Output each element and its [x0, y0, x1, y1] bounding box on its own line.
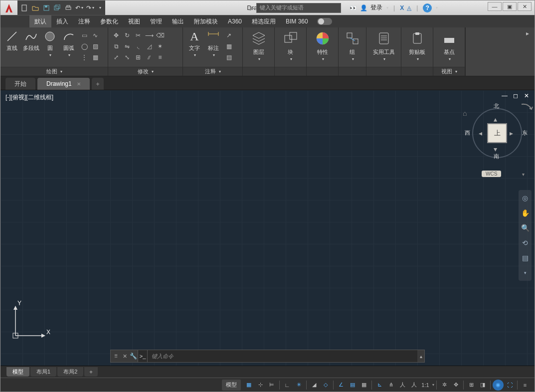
panel-view-title[interactable]: 视图: [441, 68, 452, 75]
status-clean-screen-icon[interactable]: ⛶: [504, 380, 515, 391]
cube-arrow-left[interactable]: ◂: [479, 129, 482, 137]
tab-addins[interactable]: 附加模块: [189, 15, 223, 28]
ribbon-minimize-toggle[interactable]: [317, 18, 332, 25]
status-otrack-icon[interactable]: ∠: [336, 380, 347, 391]
align-icon[interactable]: ≡: [155, 52, 165, 62]
undo-icon[interactable]: ↶▾: [74, 3, 84, 13]
tab-annotate[interactable]: 注释: [73, 15, 95, 28]
tab-view[interactable]: 视图: [123, 15, 145, 28]
wcs-badge[interactable]: WCS: [482, 171, 501, 177]
exchange-x-icon[interactable]: X: [400, 4, 404, 11]
tool-group[interactable]: 组▾: [342, 29, 363, 61]
tool-dimension[interactable]: 标注▾: [205, 29, 222, 57]
saveas-icon[interactable]: [52, 3, 62, 13]
compass-n[interactable]: 北: [494, 102, 499, 110]
array-icon[interactable]: ⊞: [133, 52, 143, 62]
cube-arrow-down[interactable]: ▾: [494, 145, 497, 153]
full-nav-wheel-icon[interactable]: ◎: [520, 193, 530, 203]
navbar-menu-icon[interactable]: ▾: [520, 268, 530, 278]
panel-draw-title[interactable]: 绘图: [46, 68, 57, 75]
app-logo-icon[interactable]: [2, 1, 15, 14]
panel-annotate-title[interactable]: 注释: [205, 68, 216, 75]
status-customize-icon[interactable]: ≡: [520, 380, 531, 391]
panel-modify-title[interactable]: 修改: [138, 68, 149, 75]
status-units-icon[interactable]: ⊞: [466, 380, 477, 391]
login-link[interactable]: 登录: [370, 3, 382, 12]
status-snap-icon[interactable]: ⊹: [255, 380, 266, 391]
viewport-label[interactable]: [-][俯视][二维线框]: [5, 93, 53, 102]
tool-arc[interactable]: 圆弧▾: [60, 29, 77, 57]
exchange-apps-icon[interactable]: ◬: [407, 4, 411, 11]
tool-utilities[interactable]: 实用工具▾: [371, 29, 397, 61]
table-icon[interactable]: ▦: [224, 41, 234, 51]
ellipse-icon[interactable]: ◯: [79, 41, 89, 51]
layout-add[interactable]: ＋: [84, 367, 98, 377]
minimize-button[interactable]: —: [488, 2, 502, 11]
stretch-icon[interactable]: ⤢: [111, 52, 121, 62]
status-ortho-icon[interactable]: ∟: [282, 380, 293, 391]
tool-clipboard[interactable]: 剪贴板▾: [404, 29, 430, 61]
chamfer-icon[interactable]: ◿: [144, 41, 154, 51]
move-icon[interactable]: ✥: [111, 30, 121, 40]
status-gear-icon[interactable]: ✲: [439, 380, 450, 391]
help-icon[interactable]: ?: [423, 3, 432, 12]
tab-parametric[interactable]: 参数化: [95, 15, 123, 28]
cmd-recent-icon[interactable]: ▴: [417, 354, 424, 359]
leader-icon[interactable]: ↗: [224, 30, 234, 40]
status-ann-auto-icon[interactable]: 人: [408, 380, 419, 391]
redo-icon[interactable]: ↷▾: [85, 3, 95, 13]
tool-line[interactable]: 直线: [3, 29, 20, 52]
binoculars-icon[interactable]: 👀: [350, 4, 357, 11]
tool-text[interactable]: A文字▾: [186, 29, 203, 57]
rectangle-icon[interactable]: ▭: [79, 30, 89, 40]
open-icon[interactable]: [30, 3, 40, 13]
tab-new[interactable]: ＋: [92, 78, 104, 90]
showmotion-icon[interactable]: ▤: [520, 253, 530, 263]
orbit-icon[interactable]: ⟲: [520, 238, 530, 248]
command-input[interactable]: 键入命令: [148, 350, 417, 362]
vp-maximize-icon[interactable]: ◻: [512, 92, 520, 99]
close-button[interactable]: ✕: [518, 2, 532, 11]
compass-e[interactable]: 东: [522, 129, 528, 137]
status-infer-icon[interactable]: ⊨: [266, 380, 277, 391]
compass-w[interactable]: 西: [465, 129, 470, 137]
tool-block[interactable]: 块▾: [278, 29, 303, 61]
search-input[interactable]: 键入关键字或短语: [256, 3, 341, 13]
point-icon[interactable]: ⋮: [79, 52, 89, 62]
rotate-icon[interactable]: ↻: [122, 30, 132, 40]
status-sc-icon[interactable]: ⋔: [385, 380, 396, 391]
pan-icon[interactable]: ✋: [520, 208, 530, 218]
vp-close-icon[interactable]: ✕: [523, 92, 531, 99]
hatch-icon[interactable]: ▨: [90, 41, 100, 51]
tab-bim360[interactable]: BIM 360: [281, 16, 313, 27]
save-icon[interactable]: [41, 3, 51, 13]
status-qp-icon[interactable]: ◨: [477, 380, 488, 391]
status-dynucs-icon[interactable]: ⊾: [374, 380, 385, 391]
tool-properties[interactable]: 特性▾: [310, 29, 335, 61]
status-ann-mon-icon[interactable]: 人: [397, 380, 408, 391]
tab-default[interactable]: 默认: [29, 15, 51, 28]
tool-circle[interactable]: 圆▾: [41, 29, 58, 57]
home-view-icon[interactable]: ⌂: [463, 109, 467, 117]
status-ws-icon[interactable]: ✥: [450, 380, 461, 391]
fillet-icon[interactable]: ◟: [133, 41, 143, 51]
new-icon[interactable]: [19, 3, 29, 13]
ucs-icon[interactable]: Y X: [10, 301, 50, 341]
mtext-icon[interactable]: ▤: [224, 52, 234, 62]
erase-icon[interactable]: ⌫: [155, 30, 165, 40]
qat-dropdown[interactable]: ▾: [97, 5, 103, 10]
spline-icon[interactable]: ∿: [90, 30, 100, 40]
status-lwt-icon[interactable]: ▤: [347, 380, 358, 391]
layout-model[interactable]: 模型: [6, 367, 29, 377]
cmd-close-icon[interactable]: ✕: [121, 353, 129, 360]
offset-icon[interactable]: ⫽: [144, 52, 154, 62]
status-osnap-icon[interactable]: ◇: [320, 380, 331, 391]
layout-2[interactable]: 布局2: [57, 367, 83, 377]
tab-start[interactable]: 开始: [5, 78, 35, 90]
trim-icon[interactable]: ✂: [133, 30, 143, 40]
zoom-extents-icon[interactable]: 🔍: [520, 223, 530, 233]
tab-featured[interactable]: 精选应用: [247, 15, 281, 28]
ribbon-expand-icon[interactable]: ▸: [523, 28, 533, 38]
cmd-drag-handle[interactable]: ⠿: [111, 354, 121, 359]
status-iso-icon[interactable]: ◢: [309, 380, 320, 391]
